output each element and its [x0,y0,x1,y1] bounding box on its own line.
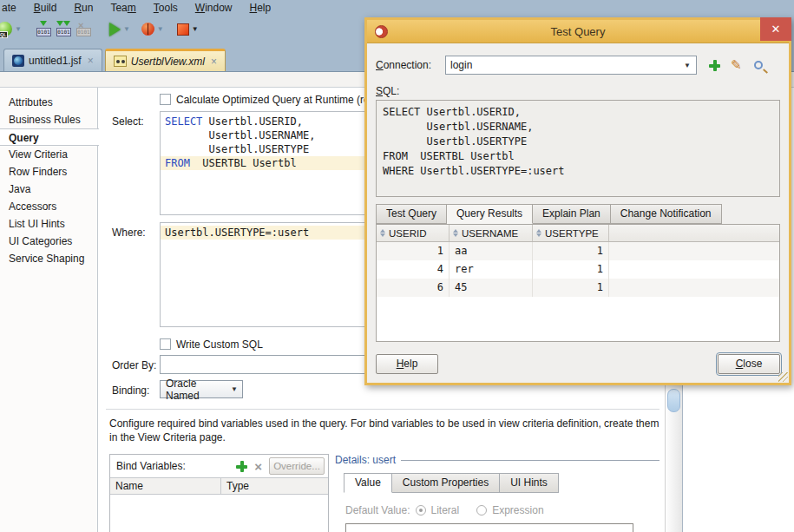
add-connection-icon[interactable] [709,60,720,71]
nav-item-attributes[interactable]: Attributes [0,94,97,111]
menu-team[interactable]: Team [102,0,144,16]
tab-custom-properties[interactable]: Custom Properties [392,473,500,493]
browse-connection-icon[interactable] [754,61,763,69]
optimize-query-checkbox-row: Calculate Optimized Query at Runtime (re… [160,94,397,106]
result-row[interactable]: 6 45 1 [377,279,779,297]
sql-line: WHERE Usertbl.USERTYPE=:usert [383,164,773,179]
column-label: USERID [389,228,426,239]
dialog-close-icon[interactable]: ✕ [760,17,791,41]
menu-run[interactable]: Run [65,0,102,16]
query-results-panel: USERID USERNAME USERTYPE 1 aa 1 [376,224,780,342]
bind-variables-table-body[interactable] [110,495,328,532]
close-button[interactable]: Close [718,354,780,374]
nav-item-business-rules[interactable]: Business Rules [0,111,97,128]
sql-label: SQL: [376,85,780,97]
cell-userid: 6 [377,279,449,297]
document-tab-strip: untitled1.jsf × UsertblView.xml × [3,48,228,71]
sql-keyword: FROM [165,157,190,169]
sql-line: SELECT Usertbl.USERID, [383,105,773,120]
cell-username: rer [449,260,533,279]
run-dropdown-chevron-icon[interactable]: ▼ [123,25,130,33]
menu-bar: ate Build Run Team Tools Window Help [0,0,794,16]
edit-connection-icon[interactable]: ✎ [731,57,742,73]
sql-keyword: SELECT [165,115,202,128]
sort-icon[interactable] [380,229,385,237]
nav-item-accessors[interactable]: Accessors [0,198,97,215]
nav-item-query[interactable]: Query [0,128,99,146]
bind-variables-title: Bind Variables: [116,460,186,472]
dialog-resize-grip[interactable] [778,372,788,382]
add-bind-variable-icon[interactable] [236,461,247,472]
scrollbar-thumb[interactable] [667,389,680,412]
green-arrow-icon [40,21,47,26]
terminate-dropdown-chevron-icon[interactable]: ▼ [192,25,199,33]
binding-style-combo[interactable]: Oracle Named ▼ [160,380,243,398]
nav-item-list-ui-hints[interactable]: List UI Hints [0,215,97,233]
rebuild-icon[interactable]: 0101 [56,22,71,36]
sql-dropdown-chevron-icon[interactable]: ▼ [15,25,22,33]
menu-window[interactable]: Window [187,0,241,16]
debug-dropdown-chevron-icon[interactable]: ▼ [157,25,164,33]
make-icon[interactable]: 0101 [36,22,51,36]
tab-change-notification[interactable]: Change Notification [611,204,722,224]
sql-text: Usertbl.USERNAME, [165,129,315,141]
nav-item-java[interactable]: Java [0,181,97,198]
combo-arrow-icon: ▼ [679,62,696,69]
cell-usertype: 1 [533,279,609,297]
sql-line: Usertbl.USERNAME, [383,120,773,135]
details-title: Details: usert [335,454,396,466]
tab-untitled1-jsf[interactable]: untitled1.jsf × [3,49,102,71]
sort-icon[interactable] [536,229,541,237]
menu-help[interactable]: Help [240,0,279,16]
result-row[interactable]: 4 rer 1 [377,260,779,279]
tab-explain-plan[interactable]: Explain Plan [533,204,611,224]
terminate-icon[interactable] [177,23,189,36]
connection-value: login [450,59,472,71]
tab-usertblview-xml[interactable]: UsertblView.xml × [105,49,226,71]
menu-tools[interactable]: Tools [145,0,187,16]
connection-combo[interactable]: login ▼ [445,56,697,75]
green-arrow-icon [56,21,63,26]
dialog-buttons-row: Help Close [376,354,780,374]
sql-line: Usertbl.USERTYPE [383,135,773,149]
tab-value[interactable]: Value [344,473,392,493]
connection-label: Connection: [376,59,445,71]
run-icon[interactable] [109,23,121,36]
nav-item-ui-categories[interactable]: UI Categories [0,233,97,250]
help-button[interactable]: Help [376,354,438,374]
nav-item-service-shaping[interactable]: Service Shaping [0,250,97,267]
dialog-title-bar[interactable]: Test Query ✕ [367,20,789,43]
column-header-userid[interactable]: USERID [377,225,449,241]
tab-query-results[interactable]: Query Results [447,204,533,224]
nav-item-row-finders[interactable]: Row Finders [0,163,97,181]
result-row[interactable]: 1 aa 1 [377,242,779,260]
override-button: Override... [269,457,325,475]
section-separator [106,409,659,410]
column-label: USERNAME [462,228,518,239]
nav-item-view-criteria[interactable]: View Criteria [0,146,97,163]
menu-navigate-partial[interactable]: ate [0,0,25,16]
sort-icon[interactable] [453,229,458,237]
tab-close-icon[interactable]: × [211,56,217,68]
where-text: Usertbl.USERTYPE=:usert [165,227,309,239]
write-custom-sql-label: Write Custom SQL [176,338,263,351]
write-custom-sql-checkbox[interactable] [160,338,171,350]
tab-label: untitled1.jsf [29,55,82,67]
menu-build[interactable]: Build [25,0,66,16]
optimize-query-checkbox[interactable] [160,94,171,105]
column-header-username[interactable]: USERNAME [449,225,533,241]
debug-icon[interactable] [141,23,154,36]
cell-username: 45 [449,279,533,297]
bind-variables-panel: Bind Variables: × Override... Name Type [109,454,329,532]
cell-userid: 4 [377,260,449,279]
tab-ui-hints[interactable]: UI Hints [500,473,559,493]
sql-worksheet-icon[interactable]: SQL [0,22,12,36]
column-type[interactable]: Type [221,478,254,494]
column-header-usertype[interactable]: USERTYPE [533,225,609,241]
literal-label: Literal [431,504,460,516]
tab-close-icon[interactable]: × [88,55,94,67]
default-value-input [345,523,633,532]
column-name[interactable]: Name [110,478,221,494]
sql-badge: SQL [0,31,8,38]
tab-test-query[interactable]: Test Query [376,204,447,224]
